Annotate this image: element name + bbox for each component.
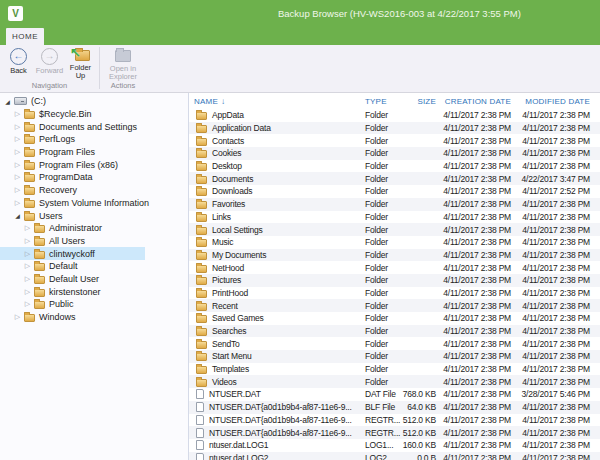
tree-item-public[interactable]: ▷Public — [0, 298, 188, 311]
modified-date-cell: 4/11/2017 2:38 PM — [511, 402, 600, 412]
folder-icon — [196, 303, 207, 311]
tab-home[interactable]: HOME — [6, 28, 44, 45]
name-cell: AppData — [189, 110, 365, 120]
table-row-cookies[interactable]: CookiesFolder4/11/2017 2:38 PM4/11/2017 … — [189, 147, 600, 160]
column-header-size[interactable]: SIZE — [399, 97, 436, 106]
expand-arrow-icon[interactable]: ▷ — [23, 262, 32, 270]
expand-arrow-icon[interactable]: ▷ — [13, 186, 22, 194]
type-cell: BLF File — [365, 402, 399, 412]
modified-date-cell: 4/11/2017 2:38 PM — [511, 288, 600, 298]
expand-arrow-icon[interactable]: ▷ — [13, 161, 22, 169]
folder-icon — [34, 238, 45, 246]
expand-arrow-icon[interactable]: ▷ — [13, 199, 22, 207]
tree-item-administrator[interactable]: ▷Administrator — [0, 222, 188, 235]
tree-item-system-volume-information[interactable]: ▷System Volume Information — [0, 197, 188, 210]
column-header-name[interactable]: NAME↓ — [189, 97, 365, 106]
table-row-favorites[interactable]: FavoritesFolder4/11/2017 2:38 PM4/11/201… — [189, 198, 600, 211]
type-cell: Folder — [365, 186, 399, 196]
modified-date-cell: 4/11/2017 2:38 PM — [511, 377, 600, 387]
table-row-ntuser-dat-a0d1b9b4-af87-11e6-9[interactable]: NTUSER.DAT{a0d1b9b4-af87-11e6-9...BLF Fi… — [189, 401, 600, 414]
table-row-documents[interactable]: DocumentsFolder4/11/2017 2:38 PM4/22/201… — [189, 172, 600, 185]
tree-item-windows[interactable]: ▷Windows — [0, 311, 188, 324]
file-name: Favorites — [212, 199, 245, 209]
expand-arrow-icon[interactable]: ▷ — [23, 288, 32, 296]
file-icon — [196, 440, 204, 450]
table-row-videos[interactable]: VideosFolder4/11/2017 2:38 PM4/11/2017 2… — [189, 375, 600, 388]
tree-item-kirstenstoner[interactable]: ▷kirstenstoner — [0, 285, 188, 298]
expand-arrow-icon[interactable]: ▷ — [23, 300, 32, 308]
table-row-my-documents[interactable]: My DocumentsFolder4/11/2017 2:38 PM4/11/… — [189, 249, 600, 262]
column-header-type[interactable]: TYPE — [365, 97, 399, 106]
tree-item-recovery[interactable]: ▷Recovery — [0, 184, 188, 197]
table-row-application-data[interactable]: Application DataFolder4/11/2017 2:38 PM4… — [189, 122, 600, 135]
table-row-ntuser-dat-log2[interactable]: ntuser.dat.LOG2LOG2...0.0 B4/11/2017 2:3… — [189, 452, 600, 460]
table-row-appdata[interactable]: AppDataFolder4/11/2017 2:38 PM4/11/2017 … — [189, 109, 600, 122]
column-header-label: CREATION DATE — [445, 97, 511, 106]
expand-arrow-icon[interactable]: ▷ — [13, 123, 22, 131]
expand-arrow-icon[interactable]: ▷ — [23, 237, 32, 245]
creation-date-cell: 4/11/2017 2:38 PM — [436, 377, 511, 387]
table-row-ntuser-dat-a0d1b9b4-af87-11e6-9[interactable]: NTUSER.DAT{a0d1b9b4-af87-11e6-9...REGTR.… — [189, 426, 600, 439]
tree-item-recycle-bin[interactable]: ▷$Recycle.Bin — [0, 108, 188, 121]
table-row-nethood[interactable]: NetHoodFolder4/11/2017 2:38 PM4/11/2017 … — [189, 261, 600, 274]
tree-item-users[interactable]: ◢Users — [0, 209, 188, 222]
modified-date-cell: 4/11/2017 2:38 PM — [511, 415, 600, 425]
type-cell: Folder — [365, 174, 399, 184]
column-header-creation-date[interactable]: CREATION DATE — [436, 97, 511, 106]
expand-arrow-icon[interactable]: ▷ — [13, 148, 22, 156]
table-row-templates[interactable]: TemplatesFolder4/11/2017 2:38 PM4/11/201… — [189, 363, 600, 376]
tree-item-program-files-x86[interactable]: ▷Program Files (x86) — [0, 158, 188, 171]
file-name: SendTo — [212, 339, 240, 349]
back-button[interactable]: ← Back — [3, 45, 34, 75]
tree-item-perflogs[interactable]: ▷PerfLogs — [0, 133, 188, 146]
folder-up-button[interactable]: ↖ Folder Up — [65, 45, 96, 80]
expand-arrow-icon[interactable]: ▷ — [13, 313, 22, 321]
tree-item-c[interactable]: ◢(C:) — [0, 95, 188, 108]
table-row-links[interactable]: LinksFolder4/11/2017 2:38 PM4/11/2017 2:… — [189, 211, 600, 224]
back-arrow-icon: ← — [10, 48, 27, 65]
table-row-music[interactable]: MusicFolder4/11/2017 2:38 PM4/11/2017 2:… — [189, 236, 600, 249]
table-row-searches[interactable]: SearchesFolder4/11/2017 2:38 PM4/11/2017… — [189, 325, 600, 338]
creation-date-cell: 4/11/2017 2:38 PM — [436, 199, 511, 209]
tree-item-programdata[interactable]: ▷ProgramData — [0, 171, 188, 184]
tree-item-default-user[interactable]: ▷Default User — [0, 273, 188, 286]
name-cell: Cookies — [189, 148, 365, 158]
table-row-local-settings[interactable]: Local SettingsFolder4/11/2017 2:38 PM4/1… — [189, 223, 600, 236]
tree-item-all-users[interactable]: ▷All Users — [0, 235, 188, 248]
tree-item-label: Default User — [49, 274, 99, 284]
collapse-arrow-icon[interactable]: ◢ — [3, 98, 12, 105]
tree-item-clintwyckoff[interactable]: ▷clintwyckoff — [0, 247, 145, 260]
table-row-contacts[interactable]: ContactsFolder4/11/2017 2:38 PM4/11/2017… — [189, 134, 600, 147]
expand-arrow-icon[interactable]: ▷ — [23, 224, 32, 232]
table-row-printhood[interactable]: PrintHoodFolder4/11/2017 2:38 PM4/11/201… — [189, 287, 600, 300]
expand-arrow-icon[interactable]: ▷ — [13, 173, 22, 181]
name-cell: NTUSER.DAT{a0d1b9b4-af87-11e6-9... — [189, 428, 365, 438]
table-row-sendto[interactable]: SendToFolder4/11/2017 2:38 PM4/11/2017 2… — [189, 337, 600, 350]
table-row-ntuser-dat-log1[interactable]: ntuser.dat.LOG1LOG1...160.0 KB4/11/2017 … — [189, 439, 600, 452]
expand-arrow-icon[interactable]: ▷ — [23, 250, 32, 258]
creation-date-cell: 4/11/2017 2:38 PM — [436, 339, 511, 349]
modified-date-cell: 4/11/2017 2:38 PM — [511, 301, 600, 311]
tree-item-program-files[interactable]: ▷Program Files — [0, 146, 188, 159]
modified-date-cell: 4/11/2017 2:38 PM — [511, 212, 600, 222]
table-row-saved-games[interactable]: Saved GamesFolder4/11/2017 2:38 PM4/11/2… — [189, 312, 600, 325]
column-header-label: TYPE — [365, 97, 387, 106]
table-row-recent[interactable]: RecentFolder4/11/2017 2:38 PM4/11/2017 2… — [189, 299, 600, 312]
tree-item-documents-and-settings[interactable]: ▷Documents and Settings — [0, 120, 188, 133]
collapse-arrow-icon[interactable]: ◢ — [13, 212, 22, 219]
table-row-desktop[interactable]: DesktopFolder4/11/2017 2:38 PM4/11/2017 … — [189, 160, 600, 173]
modified-date-cell: 3/28/2017 5:46 PM — [511, 389, 600, 399]
table-row-ntuser-dat[interactable]: NTUSER.DATDAT File768.0 KB4/11/2017 2:38… — [189, 388, 600, 401]
table-row-downloads[interactable]: DownloadsFolder4/11/2017 2:38 PM4/11/201… — [189, 185, 600, 198]
file-name: NetHood — [212, 263, 244, 273]
column-header-modified-date[interactable]: MODIFIED DATE — [511, 97, 600, 106]
open-in-explorer-label: Open in Explorer — [103, 65, 143, 81]
folder-icon — [196, 227, 207, 235]
table-row-ntuser-dat-a0d1b9b4-af87-11e6-9[interactable]: NTUSER.DAT{a0d1b9b4-af87-11e6-9...REGTR.… — [189, 414, 600, 427]
expand-arrow-icon[interactable]: ▷ — [13, 135, 22, 143]
table-row-start-menu[interactable]: Start MenuFolder4/11/2017 2:38 PM4/11/20… — [189, 350, 600, 363]
expand-arrow-icon[interactable]: ▷ — [23, 275, 32, 283]
expand-arrow-icon[interactable]: ▷ — [13, 110, 22, 118]
tree-item-default[interactable]: ▷Default — [0, 260, 188, 273]
table-row-pictures[interactable]: PicturesFolder4/11/2017 2:38 PM4/11/2017… — [189, 274, 600, 287]
